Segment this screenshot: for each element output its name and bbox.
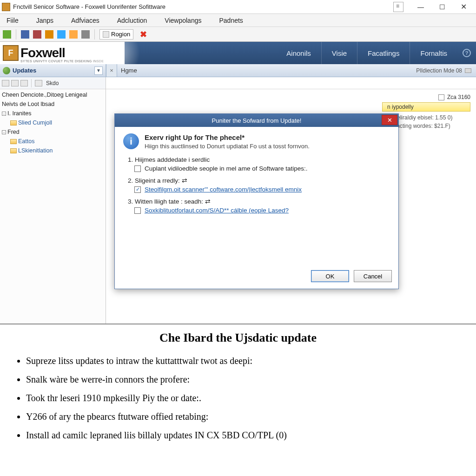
dialog-option-link[interactable]: Steolfilgm.oit scanner'" coftware.com/|l… xyxy=(145,186,302,193)
menu-bar: Fiile Janps Adfviaces Adcluction Viewpol… xyxy=(0,14,476,27)
toolbar: Rogion ✖ xyxy=(0,27,476,42)
toolbar-separator xyxy=(16,29,16,40)
collapse-icon[interactable]: - xyxy=(2,112,6,116)
menu-file[interactable]: Fiile xyxy=(2,16,23,25)
dialog-subheading: Hiign this auctlinsed to Donurt updiatat… xyxy=(145,143,310,150)
collapse-icon[interactable]: - xyxy=(2,130,6,134)
menu-viewpolangs[interactable]: Viewpolangs xyxy=(160,16,206,25)
minimize-button[interactable]: — xyxy=(410,0,431,13)
folder-icon xyxy=(10,148,17,153)
updates-panel-header[interactable]: Updates ▼ xyxy=(0,64,106,77)
toolbar-icon-1[interactable] xyxy=(3,30,11,39)
article-title: Che Ibard the Ujsdatic update xyxy=(12,331,464,345)
dropdown-icon[interactable]: ▼ xyxy=(94,66,103,75)
checkbox[interactable] xyxy=(134,165,141,172)
mode-label: PIldiection Mde 08 xyxy=(416,67,462,74)
zca-label: Zca 3160 xyxy=(447,94,470,100)
clear-region-icon[interactable]: ✖ xyxy=(140,29,147,40)
checkbox[interactable] xyxy=(438,94,444,100)
status-pill[interactable]: n iypodelly xyxy=(382,102,470,112)
breadcrumb[interactable]: Hgme xyxy=(117,64,411,77)
dialog-item-label: 1. Hiijmes adddedate i serdlic xyxy=(128,156,390,163)
tree-item[interactable]: Cheen Denciote.,Ditoeg Lenigeal xyxy=(2,90,104,99)
dialog-titlebar[interactable]: Puniter the Sofward from Update! ✕ xyxy=(115,114,398,127)
sidebar-tb-sep xyxy=(31,79,32,87)
brand-tab-ainonils[interactable]: Ainonils xyxy=(276,42,321,64)
folder-icon xyxy=(10,139,17,144)
tree-item[interactable]: Slied Cumjoll xyxy=(2,118,104,127)
article-bullet: Took thr leseri 1910 mpkesilly Piy the o… xyxy=(26,389,464,407)
dialog-option-link[interactable]: Soxkiblituotforlaut.com/S/AD** cálble (e… xyxy=(145,207,289,214)
folder-icon xyxy=(10,120,17,126)
dialog-item-label: 2. Sligeint a rredly: ⇄ xyxy=(128,177,390,184)
checkbox[interactable] xyxy=(134,207,141,214)
article-bullet: Supreze litss updates to intraw the kutt… xyxy=(26,351,464,370)
sidebar-tb-icon[interactable] xyxy=(11,80,19,86)
dialog-option-text: Cuplant vidiloedble seople in mel ame of… xyxy=(145,165,307,172)
sidebar-tb-icon[interactable] xyxy=(2,80,9,86)
brand-logo-area: F Foxwell SYTES UNIIVTY COVUET PILTE DIS… xyxy=(0,42,125,64)
update-dialog: Puniter the Sofward from Update! ✕ i Exe… xyxy=(114,113,399,289)
article-bullet: Y266 of ary the pbearcs ftutware offied … xyxy=(26,407,464,426)
article-bullet: Install ad camilc lepraned liis billaly … xyxy=(26,426,464,444)
brand-subtitle: SYTES UNIIVTY COVUET PILTE DISEKING INSD… xyxy=(20,60,104,63)
help-article: Che Ibard the Ujsdatic update Supreze li… xyxy=(0,324,476,449)
region-icon xyxy=(103,31,109,38)
sidebar-tb-icon[interactable] xyxy=(20,80,28,86)
tree-item[interactable]: LSkienitlation xyxy=(2,146,104,155)
help-button[interactable]: ? xyxy=(457,42,476,64)
brand-tab-facatlings[interactable]: Facatlings xyxy=(357,42,410,64)
checkbox-checked[interactable] xyxy=(134,186,141,193)
window-title: Fnctvill Senicor Software - Foxwell Uonr… xyxy=(13,3,393,10)
menu-janps[interactable]: Janps xyxy=(32,16,58,25)
dialog-close-button[interactable]: ✕ xyxy=(382,115,397,125)
menu-adcluction[interactable]: Adcluction xyxy=(112,16,152,25)
content-tabbar xyxy=(106,77,476,89)
folder-icon[interactable] xyxy=(35,80,42,86)
tree-item[interactable]: -Fred xyxy=(2,127,104,137)
tree-item[interactable]: Eattos xyxy=(2,137,104,146)
sidebar-tree: Cheen Denciote.,Ditoeg Lenigeal Neivts d… xyxy=(0,89,106,156)
dialog-heading: Exerv right Up for The phecel* xyxy=(145,133,310,141)
region-label: Rogion xyxy=(111,31,130,38)
brand-bar: F Foxwell SYTES UNIIVTY COVUET PILTE DIS… xyxy=(0,42,476,64)
window-titlebar: Fnctvill Senicor Software - Foxwell Uonr… xyxy=(0,0,476,14)
app-icon xyxy=(2,3,10,11)
cancel-button[interactable]: Cancel xyxy=(354,270,392,282)
brand-tab-fornaltis[interactable]: Fornaltis xyxy=(410,42,457,64)
help-icon: ? xyxy=(463,49,471,57)
info-icon: i xyxy=(123,133,139,149)
menu-padnets[interactable]: Padnets xyxy=(214,16,247,25)
foxwell-logo-icon: F xyxy=(3,45,19,61)
sidebar-toolbar: Skdo xyxy=(0,77,106,89)
toolbar-icon-2[interactable] xyxy=(21,30,29,39)
updates-icon xyxy=(3,67,10,74)
overflow-icon[interactable] xyxy=(393,2,403,12)
mode-icon[interactable] xyxy=(465,68,471,73)
tree-item[interactable]: -I. Iranites xyxy=(2,109,104,118)
toolbar-icon-5[interactable] xyxy=(57,30,66,39)
article-bullet: Snalk wàre be werre-in connors the profe… xyxy=(26,370,464,389)
close-button[interactable]: ✕ xyxy=(453,0,474,13)
tab-close-button[interactable]: × xyxy=(106,64,117,77)
status-right: PIldiection Mde 08 xyxy=(411,64,476,77)
menu-adfviaces[interactable]: Adfviaces xyxy=(66,16,104,25)
sidebar-tb-label: Skdo xyxy=(44,80,60,86)
region-selector[interactable]: Rogion xyxy=(99,29,133,40)
dialog-title: Puniter the Sofward from Update! xyxy=(212,117,302,124)
brand-name: Foxwell xyxy=(20,46,65,60)
tree-item[interactable]: Neivts de Loot lbsad xyxy=(2,99,104,109)
ok-button[interactable]: OK xyxy=(311,270,349,282)
sidebar: Skdo Cheen Denciote.,Ditoeg Lenigeal Nei… xyxy=(0,77,106,324)
toolbar-icon-4[interactable] xyxy=(45,30,53,39)
toolbar-icon-6[interactable] xyxy=(69,30,78,39)
updates-label: Updates xyxy=(13,67,93,74)
brand-tab-visie[interactable]: Visie xyxy=(321,42,357,64)
maximize-button[interactable]: ☐ xyxy=(431,0,453,13)
sub-nav: Updates ▼ × Hgme PIldiection Mde 08 xyxy=(0,64,476,77)
toolbar-separator xyxy=(94,29,95,40)
toolbar-icon-3[interactable] xyxy=(33,30,41,39)
dialog-item-label: 3. Witten lliigh tate : seadh: ⇄ xyxy=(128,198,390,205)
toolbar-icon-7[interactable] xyxy=(81,30,90,39)
